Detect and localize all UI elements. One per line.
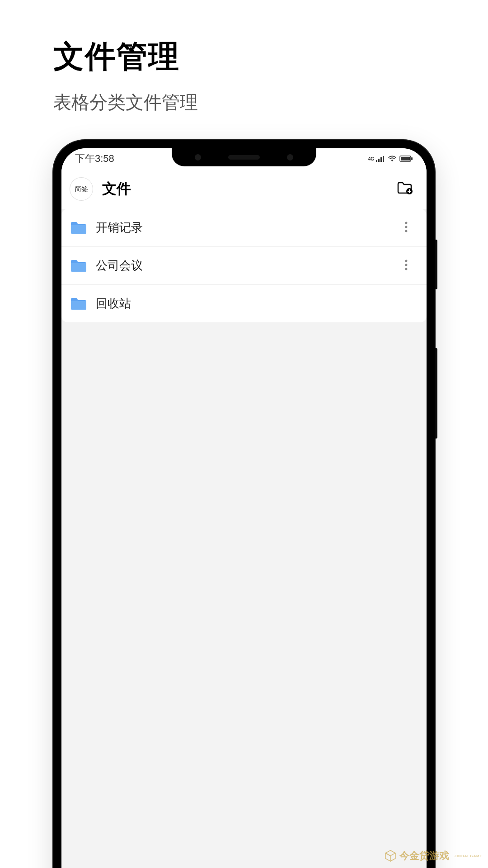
more-button[interactable]: [399, 221, 413, 235]
folder-icon: [70, 297, 87, 311]
folder-list: 开销记录: [61, 209, 427, 322]
list-item[interactable]: 开销记录: [61, 209, 427, 247]
folder-name: 公司会议: [96, 258, 390, 274]
watermark-sub: JINDAI GAME: [455, 854, 483, 858]
svg-point-8: [405, 222, 408, 224]
app-header: 简签 文件: [61, 169, 427, 209]
svg-rect-5: [411, 157, 413, 160]
wifi-icon: [388, 156, 397, 162]
status-indicators: 4G: [368, 156, 413, 162]
add-folder-button[interactable]: [396, 180, 414, 198]
svg-point-13: [405, 268, 408, 270]
app-title: 文件: [102, 179, 387, 199]
cube-icon: [384, 849, 397, 862]
svg-rect-3: [383, 156, 384, 162]
page-subtitle: 表格分类文件管理: [53, 90, 435, 115]
page-header: 文件管理 表格分类文件管理: [0, 0, 488, 115]
svg-rect-2: [380, 157, 382, 162]
app-badge[interactable]: 简签: [70, 177, 93, 201]
folder-name: 回收站: [96, 296, 413, 311]
svg-point-10: [405, 230, 408, 232]
app-badge-label: 简签: [75, 185, 88, 193]
more-vertical-icon: [405, 259, 408, 272]
svg-rect-6: [401, 157, 410, 160]
list-item[interactable]: 回收站: [61, 285, 427, 322]
page-title: 文件管理: [53, 36, 435, 77]
phone-notch: [172, 148, 316, 166]
svg-point-11: [405, 259, 408, 262]
more-vertical-icon: [405, 222, 408, 234]
signal-icon: [376, 156, 385, 162]
phone-screen: 下午3:58 4G: [61, 148, 427, 868]
folder-plus-icon: [397, 181, 413, 197]
svg-rect-0: [376, 160, 377, 162]
folder-name: 开销记录: [96, 220, 390, 236]
phone-side-button: [435, 240, 437, 289]
folder-icon: [70, 259, 87, 273]
network-label: 4G: [368, 156, 374, 161]
watermark-brand: 今金贷游戏: [399, 849, 449, 863]
status-time: 下午3:58: [75, 152, 114, 165]
phone-side-button: [435, 348, 437, 439]
svg-point-12: [405, 264, 408, 266]
list-item[interactable]: 公司会议: [61, 247, 427, 285]
svg-point-9: [405, 226, 408, 228]
battery-icon: [399, 156, 413, 162]
watermark: 今金贷游戏 JINDAI GAME: [384, 849, 483, 863]
more-button[interactable]: [399, 259, 413, 273]
content-area: 开销记录: [61, 209, 427, 868]
folder-icon: [70, 221, 87, 235]
svg-rect-1: [378, 159, 380, 162]
phone-frame: 下午3:58 4G: [53, 140, 435, 868]
